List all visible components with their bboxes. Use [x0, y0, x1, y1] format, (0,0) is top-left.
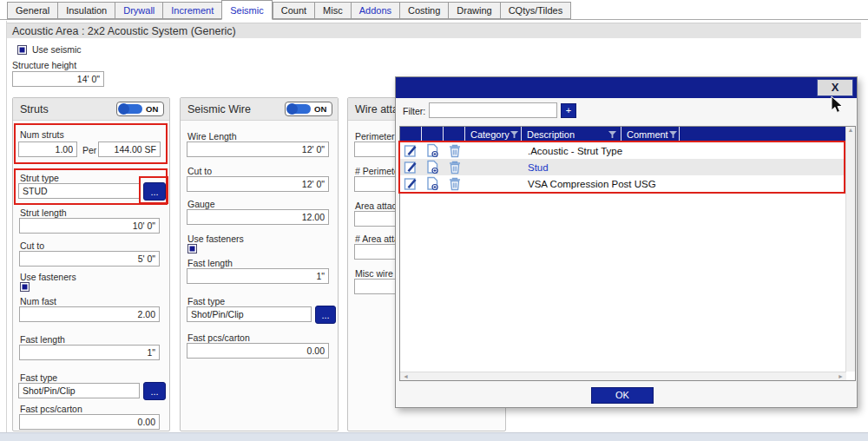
header-filler	[680, 127, 846, 142]
copy-column-header	[422, 127, 444, 142]
strut-length-input[interactable]	[19, 218, 160, 234]
description-cell: .Acoustic - Strut Type	[522, 146, 622, 156]
structure-height-label: Structure height	[12, 60, 76, 70]
wire-fast-length-label: Fast length	[187, 258, 233, 268]
wire-use-fasteners-checkbox[interactable]	[187, 244, 197, 253]
num-struts-input[interactable]	[18, 142, 77, 157]
copy-icon[interactable]	[422, 143, 444, 158]
wire-length-input[interactable]	[187, 142, 329, 157]
delete-icon[interactable]	[444, 143, 465, 158]
fast-pcs-label: Fast pcs/carton	[20, 404, 82, 414]
plus-icon: +	[566, 105, 571, 115]
cut-to-input[interactable]	[19, 251, 160, 267]
comment-header-label: Comment	[627, 129, 668, 140]
wire-fast-length-input[interactable]	[187, 268, 329, 284]
use-seismic-checkbox[interactable]	[17, 45, 27, 55]
fast-type-input[interactable]	[18, 383, 140, 398]
strut-type-browse-button[interactable]: ...	[143, 182, 166, 201]
num-perimeter-attach-label: # Perimete	[355, 166, 399, 176]
seismic-wire-on-toggle[interactable]: ON	[285, 102, 332, 116]
vertical-scrollbar[interactable]: ▲	[845, 127, 855, 372]
strut-type-label: Strut type	[20, 173, 59, 183]
copy-icon[interactable]	[422, 176, 444, 191]
table-row[interactable]: VSA Compression Post USG	[400, 175, 846, 192]
wire-fast-type-input[interactable]	[187, 306, 312, 322]
use-seismic-label: Use seismic	[32, 44, 82, 55]
page-title: Acoustic Area : 2x2 Acoustic System (Gen…	[7, 23, 861, 38]
edit-icon[interactable]	[400, 143, 422, 158]
ok-button[interactable]: OK	[591, 387, 654, 404]
struts-panel: Struts ON Num struts Per Strut type ... …	[12, 97, 170, 431]
dialog-titlebar[interactable]	[396, 77, 857, 98]
strut-type-input[interactable]	[18, 183, 140, 199]
category-column-header[interactable]: Category	[465, 127, 522, 142]
tab-bar: General Insulation Drywall Increment Sei…	[0, 0, 868, 20]
fast-type-label: Fast type	[20, 372, 57, 383]
tab-seismic[interactable]: Seismic	[221, 0, 273, 20]
edit-icon[interactable]	[400, 160, 422, 174]
filter-funnel-icon[interactable]	[510, 130, 519, 139]
description-cell: Stud	[522, 162, 549, 173]
tab-costing[interactable]: Costing	[399, 2, 448, 19]
misc-wire-label: Misc wire c	[355, 268, 400, 279]
table-row-selected[interactable]: Stud	[400, 159, 846, 175]
num-area-attach-label: # Area atta	[355, 234, 399, 244]
toggle-pill-icon	[287, 104, 311, 114]
wire-cut-to-label: Cut to	[187, 166, 212, 176]
fast-pcs-input[interactable]	[19, 414, 160, 430]
num-fast-label: Num fast	[20, 296, 56, 306]
item-picker-dialog: X Filter: + Category Description Comment	[395, 76, 858, 408]
num-fast-input[interactable]	[19, 306, 160, 322]
filter-label: Filter:	[403, 106, 425, 116]
wire-cut-to-input[interactable]	[187, 176, 329, 192]
delete-icon[interactable]	[444, 160, 465, 174]
fast-type-browse-button[interactable]: ...	[143, 382, 166, 400]
wire-fast-pcs-input[interactable]	[187, 343, 329, 359]
cut-to-label: Cut to	[20, 240, 44, 251]
use-fasteners-checkbox[interactable]	[20, 282, 30, 292]
seismic-wire-panel-title: Seismic Wire	[187, 103, 251, 115]
comment-column-header[interactable]: Comment	[621, 127, 680, 142]
scroll-left-arrow-icon[interactable]: ◄	[403, 373, 409, 379]
seismic-wire-toggle-label: ON	[314, 104, 326, 114]
filter-input[interactable]	[429, 102, 557, 118]
filter-funnel-icon[interactable]	[668, 130, 678, 139]
dialog-close-button[interactable]: X	[817, 79, 853, 96]
wire-attach-panel-title: Wire atta	[355, 103, 398, 115]
tab-general[interactable]: General	[7, 2, 57, 19]
table-header-row: Category Description Comment	[400, 127, 846, 142]
use-fasteners-label: Use fasteners	[20, 272, 76, 282]
struts-panel-title: Struts	[20, 103, 49, 115]
tab-count[interactable]: Count	[273, 2, 314, 19]
tab-drywall[interactable]: Drywall	[115, 2, 162, 19]
window-left-border	[6, 21, 7, 432]
num-struts-label: Num struts	[20, 129, 64, 140]
add-filter-button[interactable]: +	[561, 103, 576, 118]
struts-on-toggle[interactable]: ON	[116, 102, 164, 116]
scroll-right-arrow-icon[interactable]: ►	[838, 373, 844, 379]
delete-column-header	[444, 127, 465, 142]
tab-drawing[interactable]: Drawing	[448, 2, 499, 19]
delete-icon[interactable]	[444, 176, 465, 191]
per-input[interactable]	[98, 142, 161, 157]
struts-toggle-label: ON	[146, 104, 158, 114]
structure-height-input[interactable]	[12, 71, 104, 87]
tab-increment[interactable]: Increment	[162, 2, 221, 19]
window-bottom-edge	[0, 432, 868, 441]
tab-insulation[interactable]: Insulation	[57, 2, 115, 19]
gauge-label: Gauge	[187, 199, 215, 209]
filter-funnel-icon[interactable]	[608, 130, 617, 139]
edit-icon[interactable]	[400, 176, 422, 191]
horizontal-scrollbar[interactable]: ◄►	[400, 372, 846, 380]
tab-addons[interactable]: Addons	[351, 2, 399, 19]
description-column-header[interactable]: Description	[522, 127, 621, 142]
wire-fast-type-browse-button[interactable]: ...	[315, 306, 336, 324]
gauge-input[interactable]	[187, 209, 329, 225]
strut-length-label: Strut length	[20, 207, 67, 218]
description-cell: VSA Compression Post USG	[522, 179, 656, 189]
fast-length-input[interactable]	[19, 345, 160, 360]
tab-misc[interactable]: Misc	[314, 2, 351, 19]
tab-cqtys-tildes[interactable]: CQtys/Tildes	[500, 2, 572, 19]
table-row[interactable]: .Acoustic - Strut Type	[400, 142, 846, 159]
copy-icon[interactable]	[422, 160, 444, 174]
